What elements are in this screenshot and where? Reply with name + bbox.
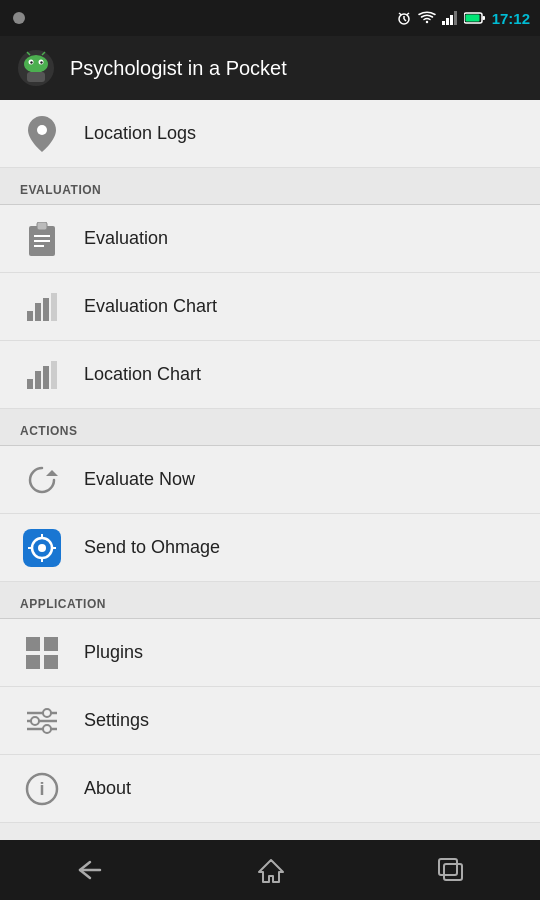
wifi-icon bbox=[418, 11, 436, 25]
status-bar-right: 17:12 bbox=[396, 10, 530, 27]
menu-item-label-location-logs: Location Logs bbox=[84, 123, 196, 144]
menu-item-plugins[interactable]: Plugins bbox=[0, 619, 540, 687]
svg-rect-47 bbox=[26, 655, 40, 669]
svg-point-18 bbox=[40, 61, 42, 63]
svg-point-40 bbox=[38, 544, 46, 552]
svg-point-22 bbox=[37, 125, 47, 135]
bar-chart-icon-1 bbox=[20, 285, 64, 329]
status-time: 17:12 bbox=[492, 10, 530, 27]
ohmage-icon bbox=[20, 526, 64, 570]
svg-rect-32 bbox=[51, 293, 57, 321]
android-icon bbox=[10, 11, 28, 25]
svg-rect-46 bbox=[44, 637, 58, 651]
home-button[interactable] bbox=[237, 846, 305, 894]
section-header-application-text: APPLICATION bbox=[20, 597, 106, 611]
svg-rect-33 bbox=[27, 379, 33, 389]
menu-item-send-to-ohmage[interactable]: Send to Ohmage bbox=[0, 514, 540, 582]
section-header-actions: ACTIONS bbox=[0, 409, 540, 446]
status-bar-left bbox=[10, 11, 28, 25]
status-bar: 17:12 bbox=[0, 0, 540, 36]
svg-rect-7 bbox=[446, 18, 449, 25]
app-bar: Psychologist in a Pocket bbox=[0, 36, 540, 100]
svg-rect-9 bbox=[454, 11, 457, 25]
recents-button[interactable] bbox=[418, 848, 484, 892]
svg-rect-59 bbox=[444, 864, 462, 880]
menu-item-settings[interactable]: Settings bbox=[0, 687, 540, 755]
svg-line-4 bbox=[399, 13, 402, 15]
svg-rect-12 bbox=[465, 15, 479, 22]
clipboard-icon bbox=[20, 217, 64, 261]
sliders-icon bbox=[20, 699, 64, 743]
svg-rect-48 bbox=[44, 655, 58, 669]
svg-rect-29 bbox=[27, 311, 33, 321]
signal-icon bbox=[442, 11, 458, 25]
app-bar-title: Psychologist in a Pocket bbox=[70, 57, 287, 80]
menu-item-label-evaluation-chart: Evaluation Chart bbox=[84, 296, 217, 317]
bar-chart-icon-2 bbox=[20, 353, 64, 397]
menu-item-location-chart[interactable]: Location Chart bbox=[0, 341, 540, 409]
menu-item-label-settings: Settings bbox=[84, 710, 149, 731]
svg-marker-37 bbox=[46, 470, 58, 476]
svg-rect-34 bbox=[35, 371, 41, 389]
svg-point-0 bbox=[13, 12, 25, 24]
app-logo-svg bbox=[16, 48, 56, 88]
svg-point-17 bbox=[30, 61, 32, 63]
back-button[interactable] bbox=[56, 848, 124, 892]
battery-icon bbox=[464, 12, 486, 24]
menu-item-evaluation[interactable]: Evaluation bbox=[0, 205, 540, 273]
menu-item-about[interactable]: i About bbox=[0, 755, 540, 823]
svg-rect-31 bbox=[43, 298, 49, 321]
svg-rect-24 bbox=[37, 222, 47, 230]
svg-point-14 bbox=[24, 55, 48, 73]
menu-item-label-evaluate-now: Evaluate Now bbox=[84, 469, 195, 490]
menu-item-label-about: About bbox=[84, 778, 131, 799]
menu-item-label-evaluation: Evaluation bbox=[84, 228, 168, 249]
menu-item-location-logs[interactable]: Location Logs bbox=[0, 100, 540, 168]
svg-point-52 bbox=[43, 709, 51, 717]
menu-item-label-plugins: Plugins bbox=[84, 642, 143, 663]
info-icon: i bbox=[20, 767, 64, 811]
svg-rect-45 bbox=[26, 637, 40, 651]
svg-line-3 bbox=[404, 19, 406, 21]
menu-item-label-send-to-ohmage: Send to Ohmage bbox=[84, 537, 220, 558]
svg-rect-35 bbox=[43, 366, 49, 389]
svg-rect-30 bbox=[35, 303, 41, 321]
svg-line-5 bbox=[406, 13, 409, 15]
svg-rect-21 bbox=[27, 72, 45, 82]
alarm-icon bbox=[396, 10, 412, 26]
svg-rect-6 bbox=[442, 21, 445, 25]
location-icon bbox=[20, 112, 64, 156]
app-logo bbox=[16, 48, 56, 88]
svg-rect-11 bbox=[482, 16, 485, 20]
section-header-actions-text: ACTIONS bbox=[20, 424, 78, 438]
menu-content: Location Logs EVALUATION Evaluation bbox=[0, 100, 540, 840]
svg-point-54 bbox=[43, 725, 51, 733]
svg-text:i: i bbox=[39, 779, 44, 799]
section-header-evaluation: EVALUATION bbox=[0, 168, 540, 205]
section-header-evaluation-text: EVALUATION bbox=[20, 183, 101, 197]
menu-item-evaluation-chart[interactable]: Evaluation Chart bbox=[0, 273, 540, 341]
menu-item-label-location-chart: Location Chart bbox=[84, 364, 201, 385]
svg-rect-8 bbox=[450, 15, 453, 25]
section-header-application: APPLICATION bbox=[0, 582, 540, 619]
grid-icon bbox=[20, 631, 64, 675]
refresh-icon bbox=[20, 458, 64, 502]
svg-rect-36 bbox=[51, 361, 57, 389]
menu-item-evaluate-now[interactable]: Evaluate Now bbox=[0, 446, 540, 514]
svg-rect-58 bbox=[439, 859, 457, 875]
svg-point-53 bbox=[31, 717, 39, 725]
bottom-nav bbox=[0, 840, 540, 900]
